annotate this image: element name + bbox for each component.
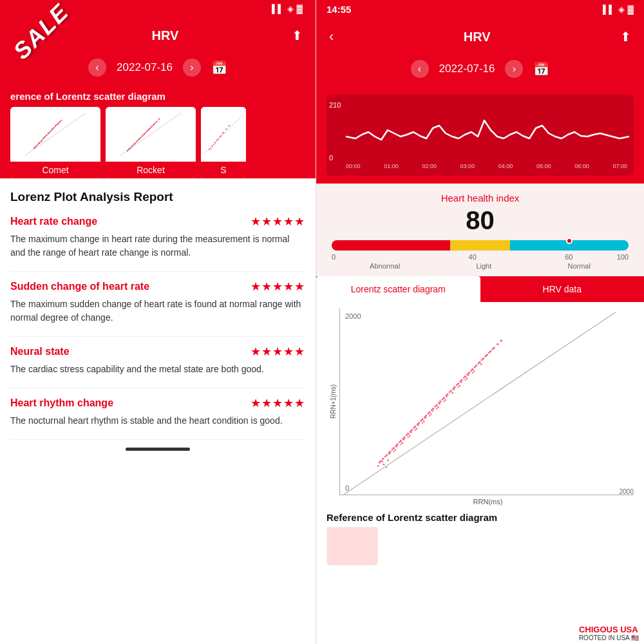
scatter-bottom-cards [327,527,634,565]
right-wifi-icon: ◈ [618,5,625,14]
scatter-card-rocket[interactable]: Rocket [106,107,196,178]
svg-point-118 [486,354,488,356]
svg-point-29 [39,142,41,144]
svg-point-148 [470,370,472,372]
svg-point-174 [403,439,405,440]
svg-point-100 [421,419,423,421]
svg-point-168 [473,370,475,372]
metric-heart-rate-change: Heart rate change ★★★★★ The maximum chan… [10,214,305,260]
svg-point-171 [381,461,383,463]
right-status-bar: 14:55 ▌▌ ◈ ▓ [316,0,644,19]
svg-point-122 [500,339,502,341]
svg-point-158 [402,442,404,444]
scatter-x-max: 2000 [620,488,634,495]
svg-point-104 [436,404,438,406]
watermark: CHIGOUS USA ROOTED IN USA 🇺🇸 [574,622,644,644]
svg-point-101 [425,415,427,417]
status-time: 14:55 [327,4,351,15]
scatter-card-s[interactable]: S [201,107,246,178]
left-status-icons: ▌▌ ◈ ▓ [272,4,303,14]
lorenz-report: Lorenz Plot Analysis Report Heart rate c… [0,178,316,644]
svg-point-77 [223,132,224,133]
svg-point-108 [450,390,452,392]
signal-icon: ▌▌ [272,4,283,14]
bar-label-60: 60 [565,253,573,261]
svg-point-102 [428,412,430,413]
chart-x-3: 03:00 [460,163,475,169]
svg-point-72 [209,149,210,150]
svg-point-178 [431,410,433,412]
right-share-icon[interactable]: ⬆ [620,29,631,44]
svg-point-180 [446,395,448,397]
scatter-big-section: RRN+1(ms) 2000 0 [316,302,644,644]
left-date-prev-button[interactable]: ‹ [88,59,106,77]
right-back-button[interactable]: ‹ [329,28,334,45]
svg-point-160 [416,428,418,430]
scatter-x-label: RRN(ms) [342,498,634,506]
scatter-chart-area: 2000 0 [339,308,634,495]
svg-point-195 [472,372,473,374]
svg-point-136 [427,413,429,415]
scatter-bottom-card-0[interactable] [327,527,378,565]
svg-point-167 [466,378,468,380]
svg-point-74 [214,142,216,144]
chart-y-max: 210 [329,101,341,109]
bar-label-0: 0 [332,253,336,261]
watermark-sub: ROOTED IN USA 🇺🇸 [579,634,639,641]
tab-lorentz[interactable]: Lorentz scatter diagram [316,276,480,302]
metric-desc-2: The cardiac stress capability and the me… [10,363,305,376]
svg-point-161 [423,421,425,422]
svg-point-181 [453,388,455,390]
svg-point-172 [388,453,390,455]
svg-point-189 [422,422,423,424]
svg-point-175 [410,431,412,433]
svg-point-79 [229,125,230,126]
tab-hrv-data[interactable]: HRV data [480,276,645,302]
svg-point-132 [413,427,415,429]
left-scatter-cards: Comet [10,107,305,178]
right-calendar-icon[interactable]: 📅 [533,61,549,77]
left-calendar-icon[interactable]: 📅 [211,60,227,75]
svg-point-51 [158,118,160,120]
svg-point-152 [484,355,486,357]
metric-header-1: Sudden change of heart rate ★★★★★ [10,279,305,294]
svg-point-84 [222,133,223,135]
scatter-card-comet[interactable]: Comet [10,107,100,178]
metric-heart-rhythm: Heart rhythm change ★★★★★ The nocturnal … [10,396,305,428]
svg-point-170 [377,465,379,467]
svg-point-31 [46,135,48,136]
scatter-ref-bottom-title: Reference of Lorentz scatter diagram [327,512,634,523]
svg-point-21 [38,144,39,145]
svg-point-40 [131,145,133,146]
left-home-bar [126,448,190,451]
svg-point-24 [48,133,50,134]
scatter-card-rocket-label: Rocket [106,162,196,178]
svg-point-107 [446,393,448,395]
svg-point-103 [432,408,434,410]
sublabel-light: Light [476,262,491,270]
svg-point-99 [418,422,420,424]
scatter-card-comet-image [10,107,100,162]
svg-point-66 [138,138,140,140]
svg-point-186 [401,444,402,445]
left-share-icon[interactable]: ⬆ [292,28,303,43]
svg-point-130 [406,434,408,436]
right-date-next-button[interactable]: › [505,60,523,78]
svg-point-149 [474,366,476,368]
scatter-card-comet-label: Comet [10,162,100,178]
svg-point-144 [456,384,458,386]
metric-sudden-change: Sudden change of heart rate ★★★★★ The ma… [10,279,305,325]
right-panel: 14:55 ▌▌ ◈ ▓ ‹ HRV ⬆ ‹ 2022-07-16 › 📅 21… [316,0,644,644]
left-scatter-ref-section: erence of Lorentz scatter diagram [0,86,316,178]
right-date-prev-button[interactable]: ‹ [411,60,429,78]
scatter-card-s-image [201,107,246,162]
metric-stars-2: ★★★★★ [251,345,305,359]
right-signal-icon: ▌▌ [603,5,614,14]
svg-point-50 [156,120,157,122]
left-date-next-button[interactable]: › [183,59,201,77]
svg-point-34 [57,124,59,125]
svg-point-76 [220,135,222,137]
metric-desc-3: The nocturnal heart rhythm is stable and… [10,414,305,428]
svg-point-156 [387,459,389,461]
metric-name-0: Heart rate change [10,216,97,227]
